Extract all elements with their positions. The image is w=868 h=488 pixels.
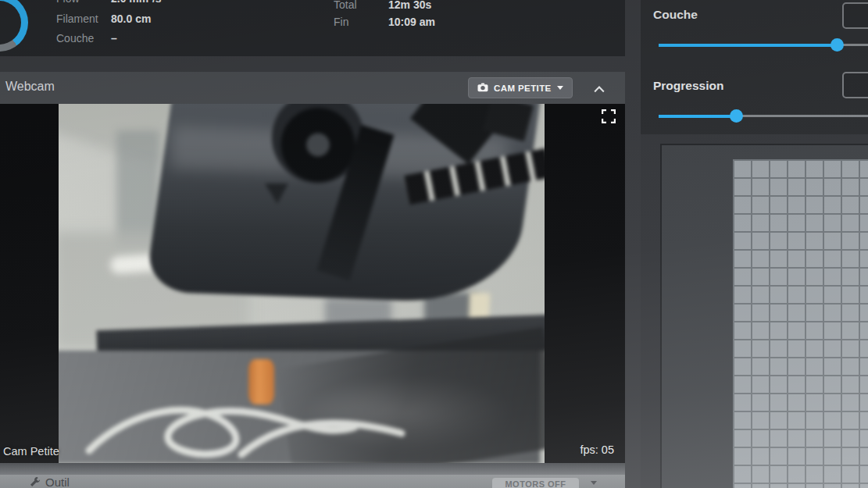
webcam-collapse-button[interactable] [594,82,606,91]
gcode-bed-grid [733,159,868,488]
flow-value: 2.0 mm³/s [111,0,162,6]
gcode-canvas[interactable] [660,144,868,488]
flow-label: Flow [56,0,111,6]
camera-select-label: CAM PETITE [494,84,552,93]
tool-collapse-icon[interactable] [591,481,597,485]
fps-counter: fps: 05 [580,443,614,456]
gcode-progress-label: Progression [653,79,723,93]
layer-label: Couche [56,30,111,46]
motors-off-button[interactable]: MOTORS OFF [492,478,579,488]
progress-slider[interactable] [659,109,868,123]
total-value: 12m 30s [388,0,431,12]
printer-nozzle [265,183,288,204]
tool-panel-title: Outil [45,476,70,488]
end-label: Fin [334,14,388,30]
printer-scene [59,104,545,463]
stat-row-layer: Couche – [56,30,117,46]
stat-row-total: Total 12m 30s [334,0,431,12]
webcam-panel-title: Webcam [5,80,55,94]
wrench-icon [30,476,41,487]
webcam-body: Cam Petite fps: 05 [0,104,625,463]
stat-row-flow: Flow 2.0 mm³/s [56,0,162,6]
layer-slider-handle[interactable] [830,38,844,52]
chevron-down-icon [557,86,563,90]
layer-slider[interactable] [659,38,868,52]
tool-panel-header: Outil MOTORS OFF [0,475,625,488]
total-label: Total [334,0,388,12]
end-value: 10:09 am [388,14,435,30]
camera-select-button[interactable]: CAM PETITE [468,77,573,98]
camera-icon [477,83,488,94]
gcode-viewer-panel: Couche Progression [641,0,868,488]
webcam-video-stream [59,104,545,463]
progress-input[interactable] [842,72,868,98]
stat-row-end: Fin 10:09 am [334,14,435,30]
circular-progress-icon [0,0,28,52]
layer-input[interactable] [842,2,868,29]
stat-row-filament: Filament 80.0 cm [56,11,151,27]
chevron-up-icon [594,86,605,93]
camera-name-overlay: Cam Petite [3,445,59,458]
layer-value: – [111,30,117,46]
filament-label: Filament [56,11,111,27]
progress-slider-handle[interactable] [730,109,743,123]
gcode-layer-label: Couche [653,8,698,22]
panel-gap [0,463,625,475]
filament-strands [77,333,413,458]
filament-value: 80.0 cm [111,11,151,27]
fullscreen-icon[interactable] [602,109,616,123]
print-state-panel: Flow 2.0 mm³/s Filament 80.0 cm Couche –… [0,0,625,56]
